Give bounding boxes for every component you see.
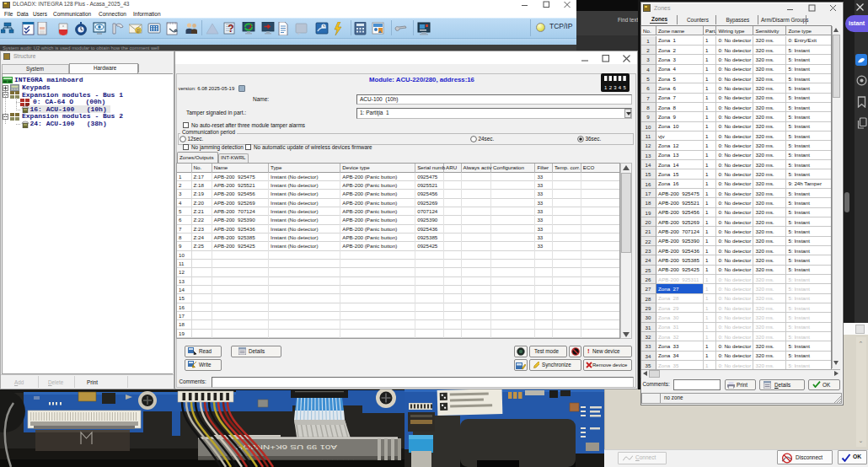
svg-text:2: 2 <box>609 85 613 90</box>
svg-text:1: 1 <box>604 85 608 90</box>
svg-text:?: ? <box>228 23 233 35</box>
svg-text:@: @ <box>136 28 140 33</box>
svg-text:4: 4 <box>619 85 622 90</box>
svg-text:3: 3 <box>613 85 617 90</box>
svg-text:5: 5 <box>623 85 626 90</box>
